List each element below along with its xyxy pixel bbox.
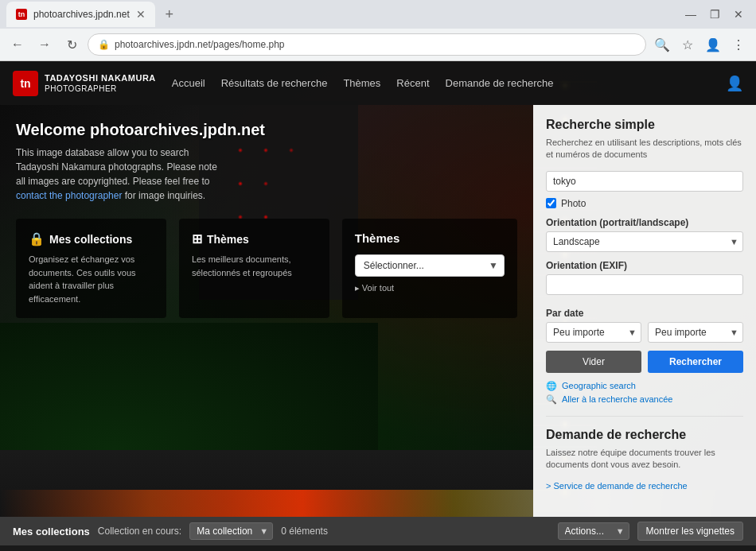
tab-bar: tn photoarchives.jpdn.net ✕ + — ❐ ✕ — [0, 0, 756, 29]
bookmark-button[interactable]: ☆ — [676, 33, 699, 56]
themes-info-card: ⊞ Thèmes Les meilleurs documents, sélect… — [179, 219, 329, 318]
logo-text: TADAYOSHI NAKAMURA PHOTOGRAPHER — [45, 72, 156, 94]
url-text: photoarchives.jpdn.net/pages/home.php — [115, 39, 285, 50]
search-icon: 🔍 — [546, 394, 557, 405]
logo-icon: tn — [13, 71, 38, 96]
minimize-button[interactable]: — — [680, 3, 702, 25]
date-from-wrap: Peu importe ▼ — [546, 322, 641, 343]
bottom-collection-prefix: Collection en cours: — [98, 526, 181, 537]
themes-widget: Thèmes Sélectionner... ▼ Voir tout — [342, 219, 517, 318]
themes-select[interactable]: Sélectionner... — [355, 254, 505, 277]
orientation-portrait-select[interactable]: Landscape — [546, 231, 743, 252]
user-icon[interactable]: 👤 — [726, 75, 743, 92]
nav-links: Accueil Résultats de recherche Thèmes Ré… — [172, 77, 726, 89]
themes-select-wrap: Sélectionner... ▼ — [355, 254, 505, 277]
themes-widget-title: Thèmes — [355, 231, 505, 245]
date-to-select[interactable]: Peu importe — [648, 322, 743, 343]
date-label: Par date — [546, 308, 743, 319]
maximize-button[interactable]: ❐ — [703, 3, 726, 25]
reload-button[interactable]: ↻ — [60, 33, 83, 56]
voir-tout-link[interactable]: Voir tout — [355, 283, 505, 293]
nav-demande[interactable]: Demande de recherche — [446, 77, 554, 89]
tab-close-button[interactable]: ✕ — [136, 8, 146, 21]
actions-wrap: Actions... ▼ — [558, 522, 629, 540]
site-navbar: tn TADAYOSHI NAKAMURA PHOTOGRAPHER Accue… — [0, 61, 756, 105]
search-browser-button[interactable]: 🔍 — [651, 33, 673, 56]
welcome-text: This image database allow you to search … — [16, 146, 223, 203]
globe-icon: 🌐 — [546, 381, 557, 391]
tab-title: photoarchives.jpdn.net — [33, 9, 130, 20]
orientation-portrait-label: Orientation (portrait/landscape) — [546, 217, 743, 228]
bottom-collection-select-wrap: Ma collection ▼ — [189, 522, 273, 540]
menu-button[interactable]: ⋮ — [727, 33, 750, 56]
nav-themes[interactable]: Thèmes — [343, 77, 380, 89]
actions-select[interactable]: Actions... — [558, 522, 629, 540]
welcome-title: Welcome photoarchives.jpdn.net — [16, 121, 517, 139]
orientation-exif-input[interactable] — [546, 274, 743, 295]
search-button[interactable]: Rechercher — [648, 351, 743, 373]
back-button[interactable]: ← — [6, 33, 29, 56]
browser-tab[interactable]: tn photoarchives.jpdn.net ✕ — [6, 2, 155, 27]
collections-card: 🔒 Mes collections Organisez et échangez … — [16, 219, 166, 318]
site-logo[interactable]: tn TADAYOSHI NAKAMURA PHOTOGRAPHER — [13, 71, 156, 96]
close-window-button[interactable]: ✕ — [727, 3, 750, 25]
browser-chrome: tn photoarchives.jpdn.net ✕ + — ❐ ✕ ← → … — [0, 0, 756, 61]
lock-card-icon: 🔒 — [29, 231, 45, 246]
new-tab-button[interactable]: + — [158, 3, 181, 25]
nav-recent[interactable]: Récent — [396, 77, 429, 89]
tab-favicon: tn — [16, 9, 27, 20]
search-input[interactable] — [546, 171, 743, 192]
photo-checkbox-row: Photo — [546, 198, 743, 209]
orientation-exif-label: Orientation (EXIF) — [546, 260, 743, 271]
nav-accueil[interactable]: Accueil — [172, 77, 205, 89]
search-panel-subtitle: Recherchez en utilisant les descriptions… — [546, 137, 743, 161]
request-title: Demande de recherche — [546, 428, 743, 442]
bottom-collection-select[interactable]: Ma collection — [189, 522, 273, 540]
date-from-select[interactable]: Peu importe — [546, 322, 641, 343]
profile-button[interactable]: 👤 — [702, 33, 724, 56]
collections-card-title: 🔒 Mes collections — [29, 231, 154, 246]
photo-checkbox[interactable] — [546, 198, 556, 208]
photo-checkbox-label: Photo — [561, 198, 586, 209]
nav-resultats[interactable]: Résultats de recherche — [221, 77, 328, 89]
clear-button[interactable]: Vider — [546, 351, 641, 373]
bottom-count: 0 éléments — [281, 526, 328, 537]
geo-search-link[interactable]: 🌐 Geographic search — [546, 381, 743, 391]
browser-controls: ← → ↻ 🔒 photoarchives.jpdn.net/pages/hom… — [0, 29, 756, 60]
contact-link[interactable]: contact the photographer — [16, 190, 122, 201]
orientation-portrait-select-wrap: Landscape ▼ — [546, 231, 743, 252]
search-btn-row: Vider Rechercher — [546, 351, 743, 373]
grid-card-icon: ⊞ — [192, 231, 202, 246]
main-content: Welcome photoarchives.jpdn.net This imag… — [0, 105, 533, 545]
address-bar[interactable]: 🔒 photoarchives.jpdn.net/pages/home.php — [88, 33, 646, 56]
browser-right-buttons: 🔍 ☆ 👤 ⋮ — [651, 33, 750, 56]
forward-button[interactable]: → — [33, 33, 56, 56]
advanced-search-link[interactable]: 🔍 Aller à la recherche avancée — [546, 394, 743, 405]
search-panel-title: Recherche simple — [546, 118, 743, 132]
request-link[interactable]: > Service de demande de recherche — [546, 481, 688, 491]
welcome-section: Welcome photoarchives.jpdn.net This imag… — [16, 121, 517, 203]
collections-card-text: Organisez et échangez vos documents. Ces… — [29, 253, 154, 305]
site-container: tn TADAYOSHI NAKAMURA PHOTOGRAPHER Accue… — [0, 61, 756, 545]
date-to-wrap: Peu importe ▼ — [648, 322, 743, 343]
date-row: Peu importe ▼ Peu importe ▼ — [546, 322, 743, 343]
cards-row: 🔒 Mes collections Organisez et échangez … — [16, 219, 517, 318]
right-panel: Recherche simple Recherchez en utilisant… — [533, 105, 756, 545]
lock-icon: 🔒 — [98, 39, 110, 50]
montrer-vignettes-button[interactable]: Montrer les vignettes — [637, 522, 743, 541]
themes-info-card-title: ⊞ Thèmes — [192, 231, 317, 246]
bottom-bar: Mes collections Collection en cours: Ma … — [0, 517, 756, 545]
request-text: Laissez notre équipe documents trouver l… — [546, 447, 743, 471]
bottom-collections-label: Mes collections — [13, 526, 90, 537]
themes-info-card-text: Les meilleurs documents, sélectionnés et… — [192, 253, 317, 279]
panel-divider — [546, 416, 743, 417]
